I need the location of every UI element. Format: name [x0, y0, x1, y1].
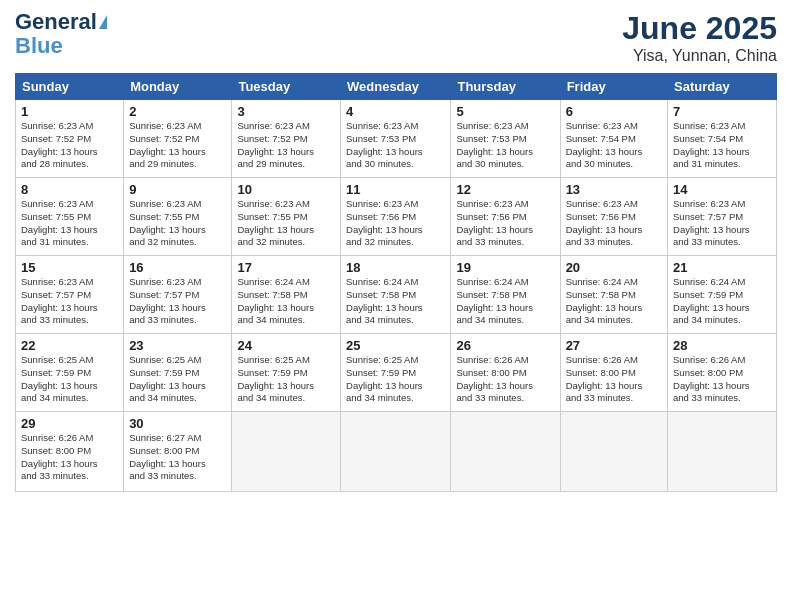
- calendar-body: 1Sunrise: 6:23 AM Sunset: 7:52 PM Daylig…: [16, 100, 777, 492]
- day-cell-30: 30Sunrise: 6:27 AM Sunset: 8:00 PM Dayli…: [124, 412, 232, 492]
- empty-cell: [232, 412, 341, 492]
- day-info: Sunrise: 6:23 AM Sunset: 7:55 PM Dayligh…: [21, 198, 118, 249]
- day-info: Sunrise: 6:24 AM Sunset: 7:58 PM Dayligh…: [346, 276, 445, 327]
- day-number: 7: [673, 104, 771, 119]
- calendar-subtitle: Yisa, Yunnan, China: [622, 47, 777, 65]
- day-cell-26: 26Sunrise: 6:26 AM Sunset: 8:00 PM Dayli…: [451, 334, 560, 412]
- day-info: Sunrise: 6:25 AM Sunset: 7:59 PM Dayligh…: [21, 354, 118, 405]
- day-info: Sunrise: 6:23 AM Sunset: 7:56 PM Dayligh…: [346, 198, 445, 249]
- day-info: Sunrise: 6:24 AM Sunset: 7:58 PM Dayligh…: [237, 276, 335, 327]
- day-cell-16: 16Sunrise: 6:23 AM Sunset: 7:57 PM Dayli…: [124, 256, 232, 334]
- day-cell-10: 10Sunrise: 6:23 AM Sunset: 7:55 PM Dayli…: [232, 178, 341, 256]
- day-cell-21: 21Sunrise: 6:24 AM Sunset: 7:59 PM Dayli…: [668, 256, 777, 334]
- day-cell-8: 8Sunrise: 6:23 AM Sunset: 7:55 PM Daylig…: [16, 178, 124, 256]
- day-number: 22: [21, 338, 118, 353]
- day-number: 16: [129, 260, 226, 275]
- day-number: 9: [129, 182, 226, 197]
- day-cell-28: 28Sunrise: 6:26 AM Sunset: 8:00 PM Dayli…: [668, 334, 777, 412]
- day-header-monday: Monday: [124, 74, 232, 100]
- day-number: 11: [346, 182, 445, 197]
- day-cell-19: 19Sunrise: 6:24 AM Sunset: 7:58 PM Dayli…: [451, 256, 560, 334]
- day-info: Sunrise: 6:23 AM Sunset: 7:52 PM Dayligh…: [21, 120, 118, 171]
- logo-triangle-icon: [99, 15, 107, 29]
- empty-cell: [451, 412, 560, 492]
- day-info: Sunrise: 6:26 AM Sunset: 8:00 PM Dayligh…: [456, 354, 554, 405]
- day-number: 25: [346, 338, 445, 353]
- day-header-friday: Friday: [560, 74, 667, 100]
- day-header-saturday: Saturday: [668, 74, 777, 100]
- day-cell-27: 27Sunrise: 6:26 AM Sunset: 8:00 PM Dayli…: [560, 334, 667, 412]
- day-info: Sunrise: 6:25 AM Sunset: 7:59 PM Dayligh…: [346, 354, 445, 405]
- logo-general: General: [15, 10, 97, 34]
- day-info: Sunrise: 6:23 AM Sunset: 7:52 PM Dayligh…: [129, 120, 226, 171]
- day-info: Sunrise: 6:27 AM Sunset: 8:00 PM Dayligh…: [129, 432, 226, 483]
- day-cell-11: 11Sunrise: 6:23 AM Sunset: 7:56 PM Dayli…: [341, 178, 451, 256]
- day-info: Sunrise: 6:23 AM Sunset: 7:53 PM Dayligh…: [346, 120, 445, 171]
- empty-cell: [560, 412, 667, 492]
- day-cell-24: 24Sunrise: 6:25 AM Sunset: 7:59 PM Dayli…: [232, 334, 341, 412]
- day-number: 15: [21, 260, 118, 275]
- day-info: Sunrise: 6:26 AM Sunset: 8:00 PM Dayligh…: [21, 432, 118, 483]
- day-cell-3: 3Sunrise: 6:23 AM Sunset: 7:52 PM Daylig…: [232, 100, 341, 178]
- calendar-week-1: 1Sunrise: 6:23 AM Sunset: 7:52 PM Daylig…: [16, 100, 777, 178]
- day-info: Sunrise: 6:24 AM Sunset: 7:58 PM Dayligh…: [566, 276, 662, 327]
- day-cell-6: 6Sunrise: 6:23 AM Sunset: 7:54 PM Daylig…: [560, 100, 667, 178]
- day-number: 23: [129, 338, 226, 353]
- day-number: 8: [21, 182, 118, 197]
- calendar-week-3: 15Sunrise: 6:23 AM Sunset: 7:57 PM Dayli…: [16, 256, 777, 334]
- day-cell-9: 9Sunrise: 6:23 AM Sunset: 7:55 PM Daylig…: [124, 178, 232, 256]
- day-info: Sunrise: 6:24 AM Sunset: 7:59 PM Dayligh…: [673, 276, 771, 327]
- day-info: Sunrise: 6:23 AM Sunset: 7:57 PM Dayligh…: [673, 198, 771, 249]
- day-info: Sunrise: 6:26 AM Sunset: 8:00 PM Dayligh…: [673, 354, 771, 405]
- calendar-title: June 2025: [622, 10, 777, 47]
- day-cell-15: 15Sunrise: 6:23 AM Sunset: 7:57 PM Dayli…: [16, 256, 124, 334]
- day-number: 24: [237, 338, 335, 353]
- day-number: 5: [456, 104, 554, 119]
- day-cell-17: 17Sunrise: 6:24 AM Sunset: 7:58 PM Dayli…: [232, 256, 341, 334]
- day-number: 2: [129, 104, 226, 119]
- empty-cell: [668, 412, 777, 492]
- title-block: June 2025 Yisa, Yunnan, China: [622, 10, 777, 65]
- calendar-container: General Blue June 2025 Yisa, Yunnan, Chi…: [0, 0, 792, 612]
- day-cell-22: 22Sunrise: 6:25 AM Sunset: 7:59 PM Dayli…: [16, 334, 124, 412]
- day-info: Sunrise: 6:23 AM Sunset: 7:56 PM Dayligh…: [456, 198, 554, 249]
- day-header-wednesday: Wednesday: [341, 74, 451, 100]
- day-info: Sunrise: 6:23 AM Sunset: 7:56 PM Dayligh…: [566, 198, 662, 249]
- calendar-week-5: 29Sunrise: 6:26 AM Sunset: 8:00 PM Dayli…: [16, 412, 777, 492]
- day-cell-2: 2Sunrise: 6:23 AM Sunset: 7:52 PM Daylig…: [124, 100, 232, 178]
- day-number: 13: [566, 182, 662, 197]
- day-cell-4: 4Sunrise: 6:23 AM Sunset: 7:53 PM Daylig…: [341, 100, 451, 178]
- day-number: 4: [346, 104, 445, 119]
- calendar-week-2: 8Sunrise: 6:23 AM Sunset: 7:55 PM Daylig…: [16, 178, 777, 256]
- day-info: Sunrise: 6:24 AM Sunset: 7:58 PM Dayligh…: [456, 276, 554, 327]
- day-number: 28: [673, 338, 771, 353]
- empty-cell: [341, 412, 451, 492]
- calendar-week-4: 22Sunrise: 6:25 AM Sunset: 7:59 PM Dayli…: [16, 334, 777, 412]
- calendar-table: SundayMondayTuesdayWednesdayThursdayFrid…: [15, 73, 777, 492]
- day-number: 6: [566, 104, 662, 119]
- calendar-header: SundayMondayTuesdayWednesdayThursdayFrid…: [16, 74, 777, 100]
- day-number: 26: [456, 338, 554, 353]
- day-cell-14: 14Sunrise: 6:23 AM Sunset: 7:57 PM Dayli…: [668, 178, 777, 256]
- day-number: 10: [237, 182, 335, 197]
- day-cell-25: 25Sunrise: 6:25 AM Sunset: 7:59 PM Dayli…: [341, 334, 451, 412]
- day-cell-23: 23Sunrise: 6:25 AM Sunset: 7:59 PM Dayli…: [124, 334, 232, 412]
- day-number: 19: [456, 260, 554, 275]
- day-info: Sunrise: 6:23 AM Sunset: 7:57 PM Dayligh…: [21, 276, 118, 327]
- day-header-tuesday: Tuesday: [232, 74, 341, 100]
- day-cell-18: 18Sunrise: 6:24 AM Sunset: 7:58 PM Dayli…: [341, 256, 451, 334]
- page-header: General Blue June 2025 Yisa, Yunnan, Chi…: [15, 10, 777, 65]
- day-number: 17: [237, 260, 335, 275]
- day-cell-29: 29Sunrise: 6:26 AM Sunset: 8:00 PM Dayli…: [16, 412, 124, 492]
- day-header-sunday: Sunday: [16, 74, 124, 100]
- day-cell-20: 20Sunrise: 6:24 AM Sunset: 7:58 PM Dayli…: [560, 256, 667, 334]
- day-info: Sunrise: 6:25 AM Sunset: 7:59 PM Dayligh…: [237, 354, 335, 405]
- day-cell-5: 5Sunrise: 6:23 AM Sunset: 7:53 PM Daylig…: [451, 100, 560, 178]
- day-info: Sunrise: 6:23 AM Sunset: 7:57 PM Dayligh…: [129, 276, 226, 327]
- day-info: Sunrise: 6:25 AM Sunset: 7:59 PM Dayligh…: [129, 354, 226, 405]
- day-header-thursday: Thursday: [451, 74, 560, 100]
- day-number: 21: [673, 260, 771, 275]
- day-number: 3: [237, 104, 335, 119]
- day-info: Sunrise: 6:23 AM Sunset: 7:53 PM Dayligh…: [456, 120, 554, 171]
- logo-blue: Blue: [15, 34, 63, 58]
